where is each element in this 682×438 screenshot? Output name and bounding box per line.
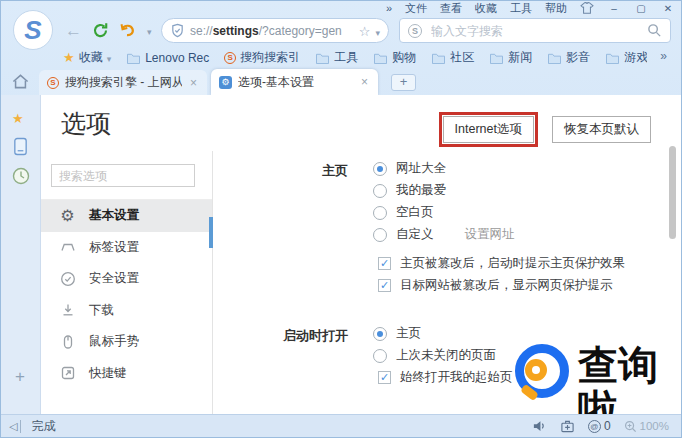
radio-option-last-session[interactable]: 上次未关闭的页面: [373, 347, 496, 364]
address-bar[interactable]: se://settings/?category=gen: [161, 18, 389, 43]
back-icon[interactable]: ←: [65, 22, 82, 39]
menu-overflow-chevron[interactable]: »: [386, 2, 392, 14]
folder-icon: [315, 52, 330, 64]
checkbox-always-open-start-page[interactable]: 始终打开我的起始页: [378, 369, 513, 386]
mouse-icon: [59, 334, 76, 350]
bookmark-label: 收藏: [79, 49, 103, 66]
radio-label: 上次未关闭的页面: [396, 347, 496, 364]
search-input[interactable]: [429, 23, 640, 39]
bookmark-lenovo[interactable]: Lenovo Rec: [126, 51, 209, 65]
maximize-button[interactable]: ▢: [634, 3, 648, 14]
radio-option-my-favorites[interactable]: 我的最爱: [373, 182, 446, 199]
search-engine-icon[interactable]: S: [408, 24, 422, 38]
favorites-star-icon[interactable]: [12, 109, 24, 127]
bookmark-news[interactable]: 新闻: [489, 49, 532, 66]
bookmark-label: 购物: [392, 49, 416, 66]
close-icon[interactable]: ×: [359, 75, 370, 89]
add-panel-icon[interactable]: +: [15, 367, 25, 387]
search-icon[interactable]: [647, 23, 662, 38]
radio-option-blank-page[interactable]: 空白页: [373, 204, 434, 221]
sidebar-item-mouse-gestures[interactable]: 鼠标手势: [41, 326, 212, 358]
minimize-button[interactable]: –: [607, 3, 621, 14]
speaker-icon[interactable]: [532, 419, 547, 433]
download-box-icon[interactable]: [560, 419, 575, 433]
adblock-icon: [588, 420, 601, 433]
page-scrollbar-thumb[interactable]: [669, 146, 676, 239]
restore-defaults-button[interactable]: 恢复本页默认: [552, 116, 651, 143]
folder-icon: [489, 52, 504, 64]
sogou-favicon: S: [47, 77, 59, 89]
undo-icon[interactable]: [119, 22, 137, 38]
sogou-logo[interactable]: S: [13, 10, 53, 50]
bookmark-sogou[interactable]: S 搜狗搜索引: [224, 49, 300, 66]
security-check-icon: [59, 271, 76, 287]
checkbox-homepage-protection[interactable]: 主页被篡改后，启动时提示主页保护效果: [378, 255, 625, 272]
radio-option-site-navigation[interactable]: 网址大全: [373, 160, 446, 177]
browser-window: » 文件 查看 收藏 工具 帮助 – ▢ ✕ S ← se://settings…: [0, 0, 682, 438]
sidebar-item-basic-settings[interactable]: 基本设置: [41, 200, 212, 232]
menu-tools[interactable]: 工具: [510, 1, 532, 16]
skin-theme-icon[interactable]: [580, 2, 594, 14]
sidebar-item-shortcuts[interactable]: 快捷键: [41, 358, 212, 390]
close-button[interactable]: ✕: [661, 3, 675, 14]
bookmark-shopping[interactable]: 购物: [373, 49, 416, 66]
zoom-control[interactable]: 100%: [624, 420, 669, 433]
star-icon: [63, 50, 75, 65]
new-tab-button[interactable]: +: [391, 74, 416, 91]
mobile-device-icon[interactable]: [12, 137, 29, 156]
radio-option-custom[interactable]: 自定义 设置网址: [373, 226, 515, 243]
radio-label: 网址大全: [396, 160, 446, 177]
radio-option-startup-homepage[interactable]: 主页: [373, 325, 421, 342]
checkbox-icon: [378, 371, 391, 384]
history-clock-icon[interactable]: [12, 167, 30, 185]
menu-file[interactable]: 文件: [405, 1, 427, 16]
menu-view[interactable]: 查看: [440, 1, 462, 16]
undo-dropdown-icon[interactable]: [147, 21, 152, 39]
sidebar-item-security-settings[interactable]: 安全设置: [41, 263, 212, 295]
settings-search-input[interactable]: [51, 164, 195, 187]
sidebar-item-download[interactable]: 下载: [41, 295, 212, 327]
adblock-badge[interactable]: 0: [588, 419, 611, 433]
close-icon[interactable]: ×: [188, 76, 199, 90]
address-dropdown-icon[interactable]: [375, 22, 380, 40]
bookmark-label: 社区: [450, 49, 474, 66]
settings-sidebar: 基本设置 标签设置 安全设置 下载: [41, 151, 213, 414]
folder-icon: [373, 52, 388, 64]
menu-favorites[interactable]: 收藏: [475, 1, 497, 16]
bookmark-tools[interactable]: 工具: [315, 49, 358, 66]
zoom-icon: [624, 420, 637, 433]
checkbox-webpage-protection[interactable]: 目标网站被篡改后，显示网页保护提示: [378, 277, 613, 294]
tab-sogou-search[interactable]: S 搜狗搜索引擎 - 上网从搜 ×: [39, 70, 207, 95]
bookmarks-overflow-chevron[interactable]: »: [660, 49, 667, 63]
folder-icon: [605, 52, 620, 64]
radio-label: 空白页: [396, 204, 434, 221]
search-box: S: [399, 18, 671, 43]
sidebar-item-label: 快捷键: [89, 365, 127, 382]
section-label-startup: 启动时打开: [213, 327, 348, 345]
home-icon[interactable]: [11, 72, 30, 90]
set-url-link[interactable]: 设置网址: [465, 226, 515, 243]
radio-label: 我的最爱: [396, 182, 446, 199]
adblock-count: 0: [604, 419, 611, 433]
tab-options-settings[interactable]: 选项-基本设置 ×: [211, 69, 378, 95]
bookmark-label: 搜狗搜索引: [240, 49, 300, 66]
red-annotation-box: Internet选项: [439, 112, 538, 147]
bookmark-favorites[interactable]: 收藏: [63, 49, 111, 66]
tab-bar: S 搜狗搜索引擎 - 上网从搜 × 选项-基本设置 × +: [1, 68, 681, 95]
sidebar-item-label: 下载: [89, 302, 114, 319]
internet-options-button[interactable]: Internet选项: [443, 116, 534, 143]
bookmark-video[interactable]: 影音: [547, 49, 590, 66]
collapse-sidebar-icon[interactable]: ◁: [9, 420, 21, 433]
sidebar-item-tab-settings[interactable]: 标签设置: [41, 232, 212, 264]
menu-help[interactable]: 帮助: [545, 1, 567, 16]
tab-shape-icon: [59, 239, 76, 255]
bookmark-games[interactable]: 游戏: [605, 49, 647, 66]
status-bar: ◁ 完成 0 100%: [1, 414, 681, 437]
sidebar-item-label: 安全设置: [89, 270, 139, 287]
bookmark-community[interactable]: 社区: [431, 49, 474, 66]
folder-icon: [547, 52, 562, 64]
checkbox-icon: [378, 257, 391, 270]
refresh-icon[interactable]: [92, 22, 109, 39]
bookmark-star-icon[interactable]: [359, 22, 371, 40]
statusbar-tools: 0 100%: [532, 419, 681, 433]
